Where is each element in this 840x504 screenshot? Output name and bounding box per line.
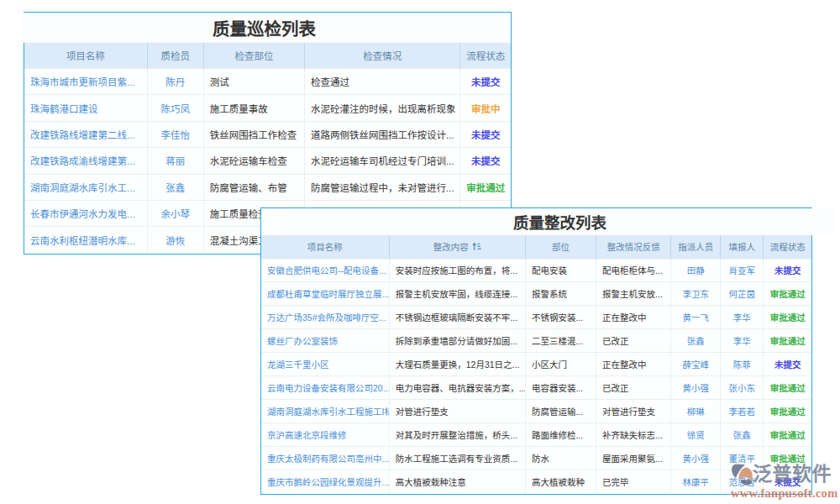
link-cell[interactable]: 黄小强: [671, 446, 721, 470]
link-cell[interactable]: 薛宝峰: [671, 353, 721, 376]
link-cell[interactable]: 余小琴: [147, 200, 203, 226]
link-cell[interactable]: 安徽合肥供电公司--配电设备...: [261, 259, 389, 282]
link-cell[interactable]: 董清平: [721, 446, 764, 470]
link-cell[interactable]: 柳琳: [671, 399, 721, 423]
table-row: 改建铁路线增建第二线...李佳怡铁丝网围挡工作检查道路两侧铁丝网围挡工作按设计.…: [24, 121, 511, 147]
text-cell: 水泥砼运输车司机经过专门培训...: [305, 148, 460, 174]
status-cell: 审批通过: [764, 282, 811, 306]
link-cell[interactable]: 张小东: [721, 375, 764, 399]
link-cell[interactable]: 珠海市城市更新项目紫...: [24, 69, 147, 95]
text-cell: 对管进行垫支: [389, 399, 525, 423]
sort-ascending-icon: [472, 242, 481, 251]
link-cell[interactable]: 云南电力设备安装有限公司20...: [261, 375, 389, 399]
text-cell: 补齐缺失标志...: [596, 423, 671, 446]
link-cell[interactable]: 李卫东: [671, 282, 721, 306]
column-header-label: 指派人员: [678, 242, 713, 252]
link-cell[interactable]: 珠海鹤港口建设: [24, 95, 147, 121]
text-cell: 防腐管运输...: [525, 399, 596, 423]
text-cell: 高大植被栽种: [525, 470, 596, 493]
link-cell[interactable]: 京沪高速北京段维修: [261, 423, 389, 446]
text-cell: 防腐管运输过程中，未对管进行...: [305, 174, 460, 200]
status-cell: 审批通过: [764, 446, 811, 470]
column-header-整改内容[interactable]: 整改内容: [389, 235, 525, 259]
link-cell[interactable]: 湖南洞庭湖水库引水工...: [24, 174, 147, 200]
status-cell: 审批中: [460, 95, 511, 121]
text-cell: 已改正: [596, 375, 671, 399]
link-cell[interactable]: 改建铁路线增建第二线...: [24, 121, 147, 147]
link-cell[interactable]: 田静: [671, 259, 721, 282]
rectification-table-card: 质量整改列表 项目名称整改内容部位整改情况反馈指派人员填报人流程状态安徽合肥供电…: [260, 207, 812, 496]
link-cell[interactable]: 肖亚军: [721, 259, 764, 282]
link-cell[interactable]: 陈菲: [721, 353, 764, 376]
link-cell[interactable]: 龙湖三千里小区: [261, 353, 389, 376]
link-cell[interactable]: 万达广场35#会所及咖啡厅空...: [261, 306, 389, 329]
link-cell[interactable]: 湖南洞庭湖水库引水工程施工I标: [261, 399, 389, 423]
text-cell: 小区大门: [525, 353, 596, 376]
column-header-label: 项目名称: [66, 51, 105, 61]
status-cell: 未提交: [764, 259, 811, 282]
link-cell[interactable]: 李若若: [721, 399, 764, 423]
link-cell[interactable]: 张鑫: [147, 174, 203, 200]
table-row: 云南电力设备安装有限公司20...电力电容器、电抗器安装方案，...电容器安装.…: [261, 375, 811, 399]
text-cell: 大理石质量更换，12月31日之...: [389, 353, 525, 376]
column-header-流程状态: 流程状态: [764, 235, 811, 259]
text-cell: 二至三楼混...: [525, 329, 596, 353]
table-row: 重庆市鹅岭公园绿化景观提升...高大植被栽种注意高大植被栽种已完毕林康平范思哲未…: [261, 470, 811, 493]
text-cell: 路面维修检...: [525, 423, 596, 446]
text-cell: 施工质量事故: [203, 95, 304, 121]
text-cell: 防水: [525, 446, 596, 470]
text-cell: 防水工程施工选调有专业资质...: [389, 446, 525, 470]
link-cell[interactable]: 云南水利枢纽潜明水库...: [24, 227, 147, 253]
inspection-table-title: 质量巡检列表: [21, 13, 507, 43]
table-row: 京沪高速北京段维修对其及时开展整治措施，桥头...路面维修检...补齐缺失标志.…: [261, 423, 811, 446]
text-cell: 报警主机安放...: [596, 282, 671, 306]
text-cell: 测试: [203, 69, 304, 95]
link-cell[interactable]: 游恢: [147, 227, 203, 253]
link-cell[interactable]: 何芷茵: [721, 282, 764, 306]
link-cell[interactable]: 陈丹: [147, 69, 203, 95]
column-header-部位: 部位: [525, 235, 596, 259]
link-cell[interactable]: 徐贤: [671, 423, 721, 446]
text-cell: 不锈钢边框玻璃隔断安装不牢...: [389, 306, 525, 329]
column-header-检查部位: 检查部位: [203, 43, 304, 69]
link-cell[interactable]: 蒋丽: [147, 148, 203, 174]
text-cell: 检查通过: [305, 69, 460, 95]
column-header-填报人: 填报人: [721, 235, 764, 259]
link-cell[interactable]: 成都杜甫草堂临时展厅独立展...: [261, 282, 389, 306]
link-cell[interactable]: 重庆太极制药有限公司亳州中...: [261, 446, 389, 470]
status-cell: 审批通过: [460, 174, 511, 200]
text-cell: 正在整改中: [596, 306, 671, 329]
link-cell[interactable]: 螺丝厂办公室装饰: [261, 329, 389, 353]
header-row: 项目名称质检员检查部位检查情况流程状态: [24, 43, 511, 69]
status-cell: 审批通过: [764, 375, 811, 399]
status-cell: 审批通过: [764, 329, 811, 353]
status-cell: 未提交: [460, 148, 511, 174]
column-header-label: 检查情况: [363, 51, 402, 61]
text-cell: 报警主机安放牢固，线缆连接...: [389, 282, 525, 306]
column-header-质检员: 质检员: [147, 43, 203, 69]
link-cell[interactable]: 李华: [721, 329, 764, 353]
link-cell[interactable]: 张鑫: [721, 423, 764, 446]
column-header-label: 检查部位: [234, 51, 273, 61]
text-cell: 水泥砼灌注的时候，出现离析现象: [305, 95, 460, 121]
link-cell[interactable]: 长春市伊通河水力发电...: [24, 200, 147, 226]
column-header-指派人员: 指派人员: [671, 235, 721, 259]
link-cell[interactable]: 范思哲: [721, 470, 764, 493]
link-cell[interactable]: 李佳怡: [147, 121, 203, 147]
column-header-项目名称: 项目名称: [261, 235, 389, 259]
status-cell: 未提交: [764, 470, 811, 493]
link-cell[interactable]: 改建铁路成渝线增建第...: [24, 148, 147, 174]
link-cell[interactable]: 林康平: [671, 470, 721, 493]
column-header-label: 项目名称: [307, 242, 343, 252]
text-cell: 防腐管运输、布管: [203, 174, 304, 200]
link-cell[interactable]: 张鑫: [671, 329, 721, 353]
link-cell[interactable]: 陈巧凤: [147, 95, 203, 121]
table-row: 安徽合肥供电公司--配电设备...安装时应按施工图的布置，将...配电安装配电柜…: [261, 259, 811, 282]
link-cell[interactable]: 李华: [721, 306, 764, 329]
column-header-整改情况反馈: 整改情况反馈: [596, 235, 671, 259]
link-cell[interactable]: 黄一飞: [671, 306, 721, 329]
column-header-label: 填报人: [729, 242, 756, 252]
link-cell[interactable]: 重庆市鹅岭公园绿化景观提升...: [261, 470, 389, 493]
text-cell: 配电柜柜体与...: [596, 259, 671, 282]
link-cell[interactable]: 黄小强: [671, 375, 721, 399]
